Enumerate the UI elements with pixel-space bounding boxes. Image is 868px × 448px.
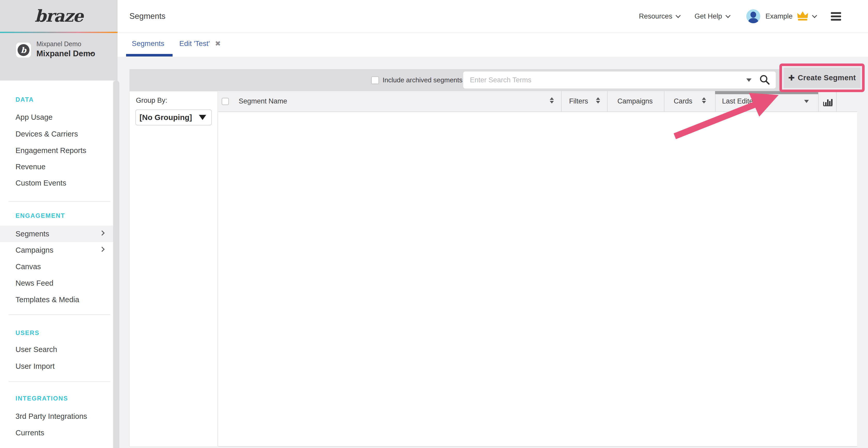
sidebar-item-app-usage[interactable]: App Usage — [0, 109, 113, 126]
user-avatar[interactable] — [746, 9, 760, 23]
tab-segments[interactable]: Segments — [132, 33, 164, 54]
section-data: DATA — [16, 93, 34, 106]
segments-table-body — [218, 112, 857, 447]
crown-icon — [797, 11, 809, 22]
plus-icon: ✚ — [788, 73, 795, 82]
avatar-head-icon — [750, 12, 756, 18]
group-by-value: [No Grouping] — [140, 113, 192, 122]
segments-toolbar: Include archived segments — [129, 69, 857, 91]
chevron-down-icon — [676, 13, 681, 18]
search-dropdown-caret-icon[interactable] — [746, 78, 751, 82]
sidebar-divider — [8, 314, 110, 315]
last-edited-caret-icon[interactable] — [804, 100, 809, 103]
sidebar-item-templates-media[interactable]: Templates & Media — [0, 291, 113, 308]
section-engagement: ENGAGEMENT — [16, 209, 65, 222]
search-input[interactable] — [463, 71, 776, 89]
sort-icon[interactable] — [702, 97, 706, 103]
sidebar-item-devices-carriers[interactable]: Devices & Carriers — [0, 126, 113, 142]
sidebar-item-canvas[interactable]: Canvas — [0, 258, 113, 275]
column-cards[interactable]: Cards — [674, 91, 692, 111]
close-icon[interactable]: ✖ — [215, 39, 221, 48]
sidebar-logo-block: braze — [0, 0, 118, 32]
search-icon[interactable] — [759, 74, 771, 86]
tab-edit-test[interactable]: Edit 'Test' ✖ — [179, 33, 221, 54]
dropdown-caret-icon — [199, 115, 206, 120]
chevron-right-icon — [99, 247, 104, 252]
braze-dashboard: Segments Resources Get Help Example Segm… — [0, 0, 868, 448]
include-archived-checkbox[interactable] — [371, 76, 379, 84]
chart-icon[interactable] — [823, 96, 833, 107]
chevron-down-icon — [812, 13, 817, 18]
user-name[interactable]: Example — [766, 12, 793, 21]
chevron-right-icon — [99, 231, 104, 236]
sidebar-nav: DATA App Usage Devices & Carriers Engage… — [0, 80, 113, 448]
sidebar-item-campaigns[interactable]: Campaigns — [0, 242, 113, 258]
app-group-name: Mixpanel Demo — [36, 49, 95, 58]
active-tab-underline — [126, 54, 173, 57]
include-archived-label: Include archived segments — [382, 69, 462, 91]
get-help-menu[interactable]: Get Help — [694, 12, 722, 21]
chevron-down-icon — [725, 13, 731, 18]
sort-icon[interactable] — [596, 97, 600, 103]
sidebar-item-segments[interactable]: Segments — [0, 226, 113, 242]
workspace-switcher[interactable]: b Mixpanel Demo Mixpanel Demo — [0, 33, 118, 80]
braze-logo[interactable]: braze — [35, 6, 83, 26]
sidebar-item-news-feed[interactable]: News Feed — [0, 275, 113, 291]
workspace-logo-icon: b — [18, 44, 29, 56]
sidebar-item-user-import[interactable]: User Import — [0, 358, 113, 374]
sort-icon[interactable] — [550, 97, 554, 103]
section-integrations: INTEGRATIONS — [16, 392, 68, 405]
sidebar-item-revenue[interactable]: Revenue — [0, 159, 113, 175]
sidebar-item-currents[interactable]: Currents — [0, 424, 113, 441]
column-filters[interactable]: Filters — [569, 91, 588, 111]
sidebar-item-user-search[interactable]: User Search — [0, 341, 113, 358]
select-all-checkbox[interactable] — [222, 98, 229, 105]
resources-menu[interactable]: Resources — [639, 12, 672, 21]
company-name: Mixpanel Demo — [36, 40, 82, 48]
top-nav-right: Resources Get Help Example — [639, 0, 841, 33]
sidebar-item-custom-events[interactable]: Custom Events — [0, 175, 113, 191]
workspace-logo-tile: b — [16, 43, 31, 58]
tab-bar: Segments Edit 'Test' ✖ — [117, 33, 868, 57]
sidebar-item-3rd-party-integrations[interactable]: 3rd Party Integrations — [0, 408, 113, 424]
column-segment-name[interactable]: Segment Name — [239, 91, 287, 111]
section-users: USERS — [16, 326, 39, 339]
column-campaigns[interactable]: Campaigns — [617, 91, 653, 111]
create-segment-button[interactable]: ✚ Create Segment — [783, 68, 861, 88]
sidebar-divider — [8, 201, 110, 202]
sidebar-item-engagement-reports[interactable]: Engagement Reports — [0, 142, 113, 159]
menu-icon[interactable] — [831, 12, 841, 21]
sidebar-divider — [8, 381, 110, 382]
page-title: Segments — [129, 0, 165, 33]
annotation-highlight-box: ✚ Create Segment — [779, 64, 865, 92]
group-by-label: Group By: — [136, 97, 167, 105]
column-last-edited[interactable]: Last Edited — [722, 91, 757, 111]
group-by-dropdown[interactable]: [No Grouping] — [135, 109, 212, 126]
group-by-panel: Group By: [No Grouping] — [129, 91, 218, 447]
sidebar-scrollbar[interactable] — [113, 80, 119, 448]
segments-table-header: Segment Name Filters Campaigns Cards Las… — [218, 91, 857, 112]
avatar-body-icon — [748, 18, 758, 23]
